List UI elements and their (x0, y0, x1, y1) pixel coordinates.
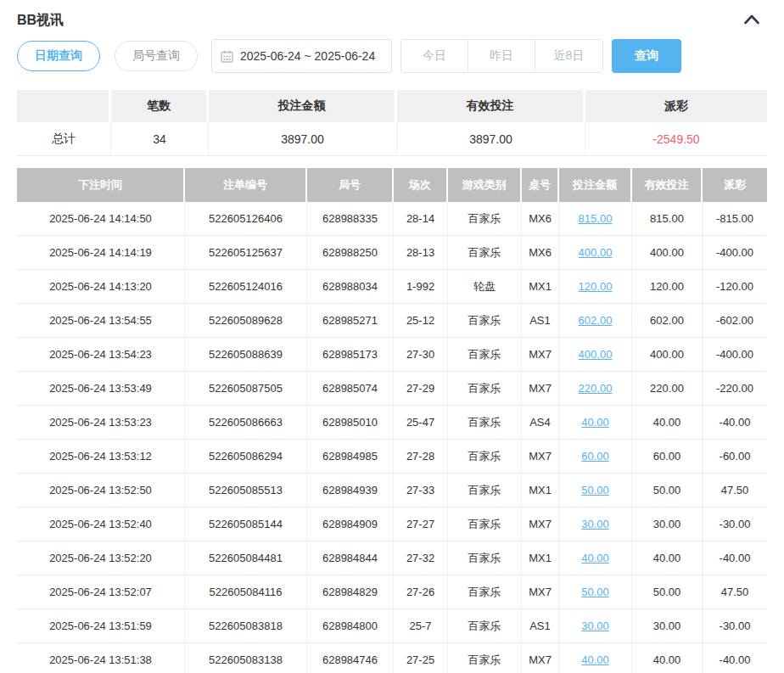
game-type-cell: 百家乐 (448, 575, 522, 609)
payout-cell: -40.00 (703, 406, 767, 440)
summary-count: 34 (111, 122, 209, 156)
table-no-cell: AS1 (522, 304, 559, 338)
game-type-cell: 百家乐 (448, 541, 522, 575)
summary-payout: -2549.50 (585, 122, 767, 156)
table-no-cell: MX7 (522, 440, 559, 474)
payout-cell: -60.00 (703, 440, 767, 474)
summary-bet-amount: 3897.00 (209, 122, 397, 156)
bet-id-cell: 522605089628 (185, 304, 307, 338)
table-no-cell: MX1 (522, 541, 559, 575)
bet-time-cell: 2025-06-24 14:14:19 (17, 236, 185, 270)
yesterday-button[interactable]: 昨日 (468, 40, 535, 72)
table-no-cell: MX1 (522, 474, 559, 508)
bet-id-cell: 522605124016 (185, 270, 307, 304)
table-no-cell: MX6 (522, 236, 559, 270)
valid-bet-cell: 40.00 (632, 643, 703, 673)
collapse-panel-button[interactable] (742, 12, 762, 29)
game-type-cell: 百家乐 (448, 406, 522, 440)
payout-cell: -602.00 (703, 304, 767, 338)
table-row: 2025-06-24 13:52:20522605084481628984844… (17, 541, 767, 575)
game-type-cell: 百家乐 (448, 202, 522, 236)
bet-amount-link[interactable]: 50.00 (581, 586, 609, 598)
bet-amount-cell: 40.00 (559, 541, 632, 575)
bet-time-cell: 2025-06-24 13:52:50 (17, 474, 185, 508)
bet-amount-link[interactable]: 30.00 (581, 620, 609, 632)
bet-time-cell: 2025-06-24 13:51:59 (17, 609, 185, 643)
game-type-cell: 百家乐 (448, 474, 522, 508)
bet-amount-link[interactable]: 50.00 (581, 484, 609, 496)
bet-amount-link[interactable]: 40.00 (581, 552, 609, 564)
valid-bet-cell: 50.00 (632, 474, 703, 508)
payout-cell: -40.00 (703, 643, 767, 673)
bet-amount-cell: 602.00 (559, 304, 632, 338)
bet-amount-link[interactable]: 815.00 (579, 212, 613, 225)
summary-header-payout: 派彩 (585, 90, 767, 122)
filter-bar: 日期查询 局号查询 2025-06-24 ~ 2025-06-24 今日 昨日 … (17, 39, 767, 73)
summary-total-row: 总计 34 3897.00 3897.00 -2549.50 (17, 122, 767, 156)
valid-bet-cell: 602.00 (632, 304, 703, 338)
bet-amount-cell: 30.00 (559, 508, 632, 541)
bet-amount-link[interactable]: 400.00 (579, 348, 613, 361)
date-range-input[interactable]: 2025-06-24 ~ 2025-06-24 (211, 39, 392, 73)
table-no-cell: MX1 (522, 270, 559, 304)
table-row: 2025-06-24 13:53:12522605086294628984985… (17, 440, 767, 474)
bet-amount-link[interactable]: 60.00 (581, 450, 609, 463)
summary-valid-bet: 3897.00 (397, 122, 585, 156)
valid-bet-cell: 400.00 (632, 236, 703, 270)
bet-amount-cell: 50.00 (559, 575, 632, 609)
bet-id-cell: 522605083818 (185, 609, 307, 643)
valid-bet-cell: 220.00 (632, 372, 703, 406)
chevron-up-icon (743, 14, 760, 27)
detail-header-row: 下注时间 注单编号 局号 场次 游戏类别 桌号 投注金额 有效投注 派彩 (17, 168, 767, 202)
game-type-cell: 百家乐 (448, 372, 522, 406)
valid-bet-cell: 120.00 (632, 270, 703, 304)
bet-time-cell: 2025-06-24 13:53:12 (17, 440, 185, 474)
table-no-cell: AS1 (522, 609, 559, 643)
last-8-days-button[interactable]: 近8日 (535, 40, 602, 72)
summary-header-valid-bet: 有效投注 (397, 90, 585, 122)
table-no-cell: MX7 (522, 338, 559, 372)
bet-time-cell: 2025-06-24 13:53:49 (17, 372, 185, 406)
bet-time-cell: 2025-06-24 14:13:20 (17, 270, 185, 304)
calendar-icon (221, 50, 233, 63)
payout-cell: 47.50 (703, 474, 767, 508)
session-cell: 27-28 (394, 440, 448, 474)
game-type-cell: 百家乐 (448, 508, 522, 541)
summary-header-bet-amount: 投注金额 (209, 90, 397, 122)
payout-cell: -400.00 (703, 338, 767, 372)
bet-amount-cell: 60.00 (559, 440, 632, 474)
tab-date-query[interactable]: 日期查询 (17, 41, 100, 71)
session-cell: 25-47 (394, 406, 448, 440)
bet-amount-link[interactable]: 220.00 (579, 382, 613, 395)
today-button[interactable]: 今日 (401, 40, 468, 72)
bet-amount-cell: 40.00 (559, 406, 632, 440)
payout-cell: -40.00 (703, 541, 767, 575)
bet-amount-link[interactable]: 602.00 (579, 314, 613, 327)
bet-id-cell: 522605086663 (185, 406, 307, 440)
detail-table-body: 2025-06-24 14:14:50522605126406628988335… (17, 202, 767, 673)
detail-table: 下注时间 注单编号 局号 场次 游戏类别 桌号 投注金额 有效投注 派彩 202… (17, 168, 767, 673)
tab-round-query[interactable]: 局号查询 (115, 41, 198, 71)
bet-amount-link[interactable]: 400.00 (579, 246, 613, 259)
bet-time-cell: 2025-06-24 13:54:55 (17, 304, 185, 338)
bet-amount-link[interactable]: 120.00 (579, 280, 613, 293)
session-cell: 1-992 (394, 270, 448, 304)
bet-amount-cell: 120.00 (559, 270, 632, 304)
bet-amount-link[interactable]: 30.00 (581, 518, 609, 530)
date-range-value: 2025-06-24 ~ 2025-06-24 (240, 49, 375, 63)
table-row: 2025-06-24 13:52:50522605085513628984939… (17, 474, 767, 508)
bet-amount-link[interactable]: 40.00 (581, 416, 609, 429)
payout-cell: -30.00 (703, 508, 767, 541)
bet-time-cell: 2025-06-24 13:53:23 (17, 406, 185, 440)
round-no-cell: 628988034 (307, 270, 394, 304)
bet-amount-link[interactable]: 40.00 (581, 653, 609, 666)
session-cell: 27-27 (394, 508, 448, 541)
session-cell: 28-13 (394, 236, 448, 270)
search-button[interactable]: 查询 (612, 39, 681, 73)
valid-bet-cell: 815.00 (632, 202, 703, 236)
bet-amount-cell: 40.00 (559, 643, 632, 673)
valid-bet-cell: 30.00 (632, 508, 703, 541)
round-no-cell: 628984829 (307, 575, 394, 609)
bet-amount-cell: 30.00 (559, 609, 632, 643)
summary-table: 笔数 投注金额 有效投注 派彩 总计 34 3897.00 3897.00 -2… (17, 90, 767, 156)
